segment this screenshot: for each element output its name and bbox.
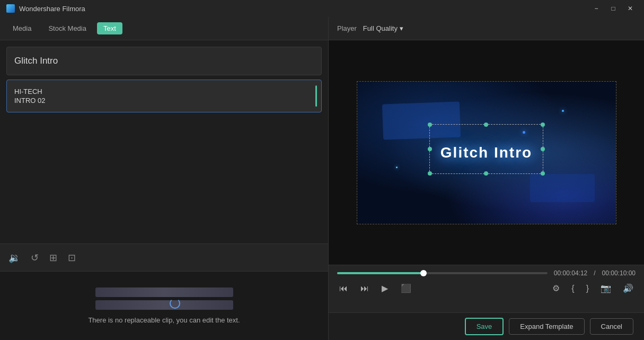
maximize-button[interactable]: □ <box>606 2 621 15</box>
controls-right: ⚙ { } 📷 🔊 <box>550 281 636 295</box>
template-item-text: HI-TECH INTRO 02 <box>14 88 46 104</box>
loading-cursor <box>170 298 180 309</box>
main-content: Media Stock Media Text Glitch Intro HI-T… <box>0 17 644 340</box>
template-item-line2: INTRO 02 <box>14 97 46 104</box>
timeline-bar-top <box>95 287 233 297</box>
chevron-down-icon: ▾ <box>400 24 403 32</box>
player-label: Player <box>337 24 357 32</box>
rewind-button[interactable]: ⏮ <box>337 282 350 295</box>
titlebar: Wondershare Filmora − □ ✕ <box>0 0 644 17</box>
app-title: Wondershare Filmora <box>19 5 85 13</box>
handle-middle-left[interactable] <box>428 147 432 151</box>
split-icon[interactable]: ⊡ <box>68 252 76 264</box>
stop-button[interactable]: ⬛ <box>399 281 413 295</box>
no-clip-text: There is no replaceable clip, you can ed… <box>88 316 240 324</box>
progress-bar[interactable] <box>337 272 548 274</box>
video-background: Glitch Intro <box>357 82 616 224</box>
bracket-left-button[interactable]: { <box>569 282 576 295</box>
left-bottom: 🔉 ↺ ⊞ ⊡ There is no repla <box>0 243 328 340</box>
minimize-button[interactable]: − <box>589 2 604 15</box>
timeline-bars <box>95 287 233 310</box>
screenshot-button[interactable]: 📷 <box>598 281 613 295</box>
expand-template-button[interactable]: Expand Template <box>509 318 584 335</box>
progress-fill <box>337 272 424 274</box>
save-button[interactable]: Save <box>465 318 504 335</box>
player-controls: 00:00:04:12 / 00:00:10:00 ⏮ ⏭ ▶ ⬛ ⚙ { } … <box>329 265 644 312</box>
left-panel-inner: Media Stock Media Text Glitch Intro HI-T… <box>0 17 328 340</box>
time-total: 00:00:10:00 <box>602 269 636 277</box>
glitch-intro-label: Glitch Intro <box>14 56 58 66</box>
play-button[interactable]: ▶ <box>380 281 390 295</box>
player-header: Player Full Quality ▾ <box>329 17 644 40</box>
rotate-icon[interactable]: ↺ <box>31 252 39 264</box>
action-bar: Save Expand Template Cancel <box>329 312 644 340</box>
handle-bottom-center[interactable] <box>484 171 488 176</box>
cancel-button[interactable]: Cancel <box>590 318 633 335</box>
audio-icon[interactable]: 🔉 <box>8 252 20 264</box>
bottom-toolbar: 🔉 ↺ ⊞ ⊡ <box>0 243 328 271</box>
template-item-line1: HI-TECH <box>14 88 46 95</box>
left-panel: Media Stock Media Text Glitch Intro HI-T… <box>0 17 329 340</box>
close-button[interactable]: ✕ <box>623 2 638 15</box>
crop-icon[interactable]: ⊞ <box>49 252 57 264</box>
template-list: Glitch Intro HI-TECH INTRO 02 <box>0 40 328 243</box>
timeline-bar-bottom-container <box>95 300 233 310</box>
handle-top-right[interactable] <box>541 123 545 127</box>
template-area: Glitch Intro HI-TECH INTRO 02 <box>0 40 328 243</box>
app-icon <box>6 4 15 13</box>
volume-button[interactable]: 🔊 <box>621 281 636 295</box>
settings-button[interactable]: ⚙ <box>550 281 562 295</box>
tab-bar: Media Stock Media Text <box>0 17 328 40</box>
time-current: 00:00:04:12 <box>554 269 587 277</box>
progress-thumb <box>420 270 427 276</box>
step-back-button[interactable]: ⏭ <box>358 282 371 295</box>
glitch-intro-card[interactable]: Glitch Intro <box>6 47 322 75</box>
handle-top-left[interactable] <box>428 123 432 127</box>
timeline-bar-bottom <box>95 300 233 310</box>
deco-box-2 <box>530 174 595 203</box>
tab-text[interactable]: Text <box>97 22 122 34</box>
titlebar-left: Wondershare Filmora <box>6 4 85 13</box>
template-item-hitech[interactable]: HI-TECH INTRO 02 <box>6 80 322 112</box>
progress-row: 00:00:04:12 / 00:00:10:00 <box>337 269 636 277</box>
particle-1 <box>562 110 564 112</box>
time-separator: / <box>594 269 595 277</box>
right-panel: Player Full Quality ▾ Glitch <box>329 17 644 340</box>
video-preview: Glitch Intro <box>357 81 616 224</box>
video-area: Glitch Intro <box>329 40 644 265</box>
quality-label: Full Quality <box>363 24 398 32</box>
selection-box <box>429 124 543 174</box>
bracket-right-button[interactable]: } <box>584 282 591 295</box>
template-item-sidebar <box>315 85 317 107</box>
titlebar-controls: − □ ✕ <box>589 2 638 15</box>
tab-media[interactable]: Media <box>6 22 38 34</box>
controls-row: ⏮ ⏭ ▶ ⬛ ⚙ { } 📷 🔊 <box>337 281 636 295</box>
particle-2 <box>396 167 398 168</box>
handle-middle-right[interactable] <box>541 147 545 151</box>
handle-top-center[interactable] <box>484 123 488 127</box>
controls-left: ⏮ ⏭ ▶ ⬛ <box>337 281 413 295</box>
handle-bottom-left[interactable] <box>428 171 432 176</box>
quality-select[interactable]: Full Quality ▾ <box>363 24 403 32</box>
handle-bottom-right[interactable] <box>541 171 545 176</box>
timeline-area: There is no replaceable clip, you can ed… <box>0 271 328 340</box>
tab-stock-media[interactable]: Stock Media <box>42 22 93 34</box>
